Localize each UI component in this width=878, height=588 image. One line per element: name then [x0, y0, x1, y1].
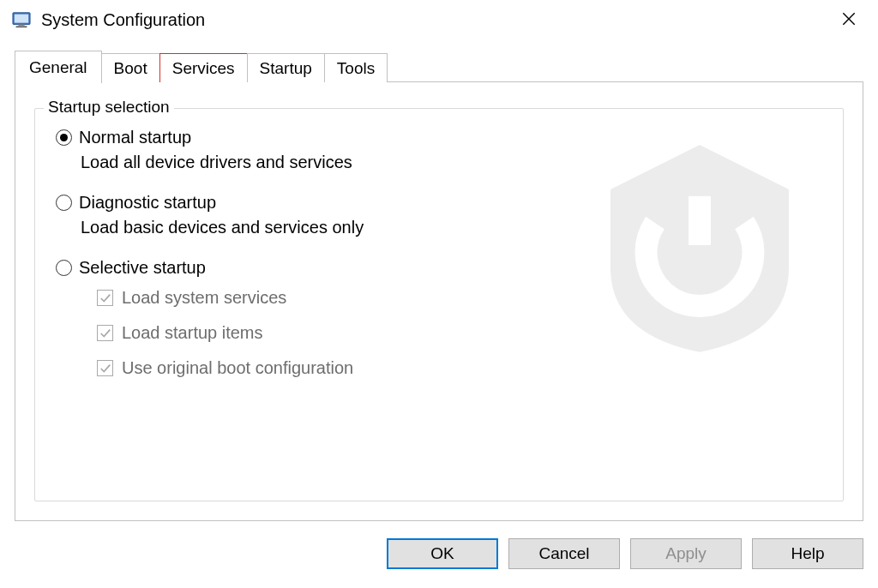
ok-button[interactable]: OK	[387, 538, 498, 569]
groupbox-startup-selection: Startup selection Normal startup Load al…	[34, 108, 844, 501]
radio-selective-startup[interactable]	[56, 260, 72, 276]
check-label: Load system services	[122, 288, 286, 308]
check-row-use-original-boot-config: Use original boot configuration	[97, 358, 826, 378]
radio-label: Selective startup	[79, 258, 206, 278]
selective-checklist: Load system services Load startup items …	[97, 288, 826, 378]
radio-normal-startup[interactable]	[56, 129, 72, 146]
radio-selected-dot	[60, 134, 68, 141]
button-label: Apply	[665, 544, 707, 563]
button-label: Help	[791, 544, 824, 563]
radio-option-selective: Selective startup	[56, 258, 826, 278]
groupbox-legend: Startup selection	[44, 98, 174, 117]
tab-label: Tools	[337, 59, 375, 78]
groupbox-content: Normal startup Load all device drivers a…	[35, 109, 843, 378]
tab-label: Boot	[114, 59, 147, 78]
radio-option-normal: Normal startup Load all device drivers a…	[56, 128, 826, 172]
tab-tools[interactable]: Tools	[324, 53, 388, 82]
radio-description: Load basic devices and services only	[81, 218, 826, 237]
apply-button[interactable]: Apply	[630, 538, 742, 569]
button-label: OK	[430, 544, 454, 563]
check-label: Load startup items	[122, 323, 263, 343]
tabstrip: General Boot Services Startup Tools	[15, 50, 863, 82]
tab-page-general: Startup selection Normal startup Load al…	[15, 81, 863, 521]
check-icon	[99, 363, 111, 375]
check-row-load-system-services: Load system services	[97, 288, 826, 308]
tab-services[interactable]: Services	[159, 53, 248, 82]
checkbox-load-startup-items[interactable]	[97, 325, 113, 341]
radio-option-diagnostic: Diagnostic startup Load basic devices an…	[56, 193, 826, 237]
svg-rect-3	[16, 26, 27, 27]
svg-rect-2	[18, 25, 24, 27]
msconfig-icon	[12, 10, 31, 29]
check-icon	[99, 327, 111, 339]
help-button[interactable]: Help	[752, 538, 863, 569]
tab-label: Startup	[260, 59, 312, 78]
dialog-button-row: OK Cancel Apply Help	[387, 538, 863, 569]
tab-boot[interactable]: Boot	[101, 53, 160, 82]
close-icon	[840, 10, 857, 27]
cancel-button[interactable]: Cancel	[508, 538, 620, 569]
radio-label: Normal startup	[79, 128, 191, 147]
tab-general[interactable]: General	[15, 51, 102, 83]
button-label: Cancel	[538, 544, 589, 563]
tab-label: Services	[172, 59, 235, 78]
window-title: System Configuration	[41, 10, 832, 30]
titlebar: System Configuration	[0, 0, 878, 39]
radio-description: Load all device drivers and services	[81, 153, 826, 172]
check-icon	[99, 292, 111, 304]
check-label: Use original boot configuration	[122, 358, 353, 378]
checkbox-use-original-boot-config[interactable]	[97, 360, 113, 376]
tab-startup[interactable]: Startup	[247, 53, 325, 82]
check-row-load-startup-items: Load startup items	[97, 323, 826, 343]
dialog-client-area: General Boot Services Startup Tools Star…	[15, 50, 863, 521]
checkbox-load-system-services[interactable]	[97, 290, 113, 306]
tab-label: General	[29, 58, 87, 77]
radio-label: Diagnostic startup	[79, 193, 216, 213]
radio-diagnostic-startup[interactable]	[56, 195, 72, 211]
close-button[interactable]	[832, 9, 866, 31]
svg-rect-1	[15, 15, 29, 23]
